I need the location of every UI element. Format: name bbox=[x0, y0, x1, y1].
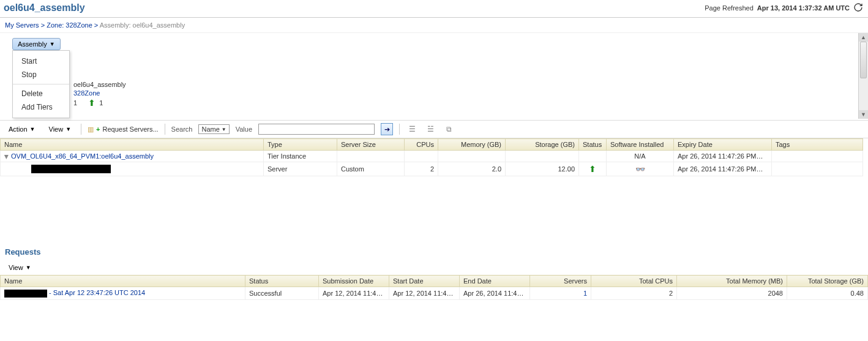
table-row[interactable]: Server Custom 2 2.0 12.00 ⬆ 👓 Apr 26, 20… bbox=[1, 162, 863, 176]
scroll-thumb[interactable] bbox=[860, 42, 867, 78]
zone-link[interactable]: 328Zone bbox=[73, 89, 100, 97]
breadcrumb-zone[interactable]: Zone: 328Zone bbox=[47, 21, 92, 29]
assembly-details: oel6u4_assembly 328Zone 1 ⬆ 1 bbox=[73, 81, 868, 108]
value-label: Value bbox=[236, 126, 252, 133]
refresh-label: Page Refreshed bbox=[705, 4, 754, 12]
col-cpus[interactable]: CPUs bbox=[405, 139, 438, 151]
menu-start[interactable]: Start bbox=[13, 54, 69, 68]
col-name[interactable]: Name bbox=[1, 139, 264, 151]
rcol-status[interactable]: Status bbox=[245, 275, 319, 287]
breadcrumb-current: Assembly: oel6u4_assembly bbox=[100, 21, 185, 29]
col-expiry[interactable]: Expiry Date bbox=[674, 139, 772, 151]
detach-icon[interactable]: ⧉ bbox=[443, 123, 455, 135]
status-up-icon: ⬆ bbox=[88, 98, 95, 108]
toolbar-icon-1[interactable]: ☰ bbox=[406, 123, 418, 135]
col-storage[interactable]: Storage (GB) bbox=[506, 139, 579, 151]
search-label: Search bbox=[171, 126, 193, 133]
rcol-name[interactable]: Name bbox=[1, 275, 245, 287]
content-area: Assembly▼ Start Stop Delete Add Tiers ▲ … bbox=[0, 33, 868, 114]
col-status[interactable]: Status bbox=[579, 139, 607, 151]
redacted-server-name bbox=[31, 165, 111, 173]
request-link[interactable]: - Sat Apr 12 23:47:26 UTC 2014 bbox=[47, 289, 145, 296]
col-type[interactable]: Type bbox=[264, 139, 337, 151]
chevron-down-icon: ▼ bbox=[222, 127, 226, 132]
rcol-cpus[interactable]: Total CPUs bbox=[591, 275, 677, 287]
col-server-size[interactable]: Server Size bbox=[337, 139, 405, 151]
rcol-submission[interactable]: Submission Date bbox=[319, 275, 389, 287]
table-row[interactable]: - Sat Apr 12 23:47:26 UTC 2014 Successfu… bbox=[1, 287, 868, 300]
assembly-name: oel6u4_assembly bbox=[73, 81, 126, 88]
menu-add-tiers[interactable]: Add Tiers bbox=[13, 100, 69, 114]
status-up-icon: ⬆ bbox=[589, 164, 596, 174]
request-servers-button[interactable]: ▥+ Request Servers... bbox=[88, 126, 159, 133]
tier-instance-link[interactable]: OVM_OL6U4_x86_64_PVM1:oel6u4_assembly bbox=[11, 152, 154, 160]
page-header: oel6u4_assembly Page Refreshed Apr 13, 2… bbox=[0, 0, 868, 18]
table-row[interactable]: ▶OVM_OL6U4_x86_64_PVM1:oel6u4_assembly T… bbox=[1, 151, 863, 162]
count-2: 1 bbox=[99, 99, 103, 107]
chevron-down-icon: ▼ bbox=[30, 126, 36, 132]
assembly-menu: Start Stop Delete Add Tiers bbox=[12, 50, 70, 118]
requests-title: Requests bbox=[0, 244, 868, 260]
breadcrumb-my-servers[interactable]: My Servers bbox=[5, 21, 39, 29]
glasses-icon[interactable]: 👓 bbox=[635, 165, 645, 174]
menu-separator bbox=[13, 84, 69, 84]
rcol-servers[interactable]: Servers bbox=[530, 275, 591, 287]
servers-toolbar: Action▼ View▼ ▥+ Request Servers... Sear… bbox=[0, 120, 868, 138]
scroll-down-icon[interactable]: ▼ bbox=[859, 110, 868, 119]
toolbar-icon-2[interactable]: ☱ bbox=[424, 123, 436, 135]
count-1: 1 bbox=[73, 99, 77, 107]
rcol-mem[interactable]: Total Memory (MB) bbox=[677, 275, 787, 287]
chevron-down-icon: ▼ bbox=[65, 126, 71, 132]
menu-stop[interactable]: Stop bbox=[13, 68, 69, 81]
col-memory[interactable]: Memory (GB) bbox=[438, 139, 506, 151]
plus-icon: + bbox=[96, 126, 100, 133]
search-field-select[interactable]: Name▼ bbox=[198, 124, 229, 134]
breadcrumb: My Servers > Zone: 328Zone > Assembly: o… bbox=[0, 18, 868, 33]
rcol-start[interactable]: Start Date bbox=[389, 275, 460, 287]
search-value-input[interactable] bbox=[258, 124, 375, 135]
requests-view-button[interactable]: View▼ bbox=[5, 261, 35, 274]
rcol-storage[interactable]: Total Storage (GB) bbox=[787, 275, 868, 287]
search-go-button[interactable]: ➔ bbox=[381, 123, 393, 135]
view-button[interactable]: View▼ bbox=[45, 123, 75, 135]
col-tags[interactable]: Tags bbox=[772, 139, 863, 151]
rcol-end[interactable]: End Date bbox=[460, 275, 530, 287]
scrollbar[interactable]: ▲ ▼ bbox=[858, 33, 868, 119]
assembly-button[interactable]: Assembly▼ bbox=[12, 38, 61, 50]
refresh-timestamp: Apr 13, 2014 1:37:32 AM UTC bbox=[757, 4, 850, 12]
page-title: oel6u4_assembly bbox=[4, 2, 85, 13]
document-icon: ▥ bbox=[88, 126, 94, 133]
tree-expand-icon[interactable]: ▶ bbox=[4, 155, 10, 159]
scroll-up-icon[interactable]: ▲ bbox=[859, 33, 868, 42]
refresh-icon[interactable] bbox=[853, 2, 863, 13]
menu-delete[interactable]: Delete bbox=[13, 87, 69, 100]
col-software[interactable]: Software Installed bbox=[607, 139, 674, 151]
chevron-down-icon: ▼ bbox=[26, 264, 31, 271]
chevron-down-icon: ▼ bbox=[50, 41, 55, 47]
action-button[interactable]: Action▼ bbox=[5, 123, 39, 135]
refresh-block: Page Refreshed Apr 13, 2014 1:37:32 AM U… bbox=[705, 2, 863, 13]
servers-count-link[interactable]: 1 bbox=[583, 290, 587, 297]
requests-table: Name Status Submission Date Start Date E… bbox=[0, 275, 868, 300]
servers-table: Name Type Server Size CPUs Memory (GB) S… bbox=[0, 138, 863, 176]
redacted-request-name bbox=[4, 290, 47, 298]
